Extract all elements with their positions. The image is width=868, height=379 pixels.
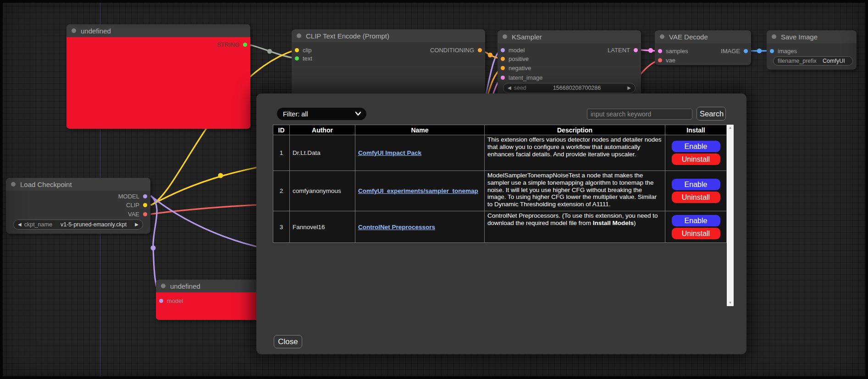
input-slot-positive[interactable]: positive [501,55,529,63]
search-button[interactable]: Search [697,107,726,121]
input-slot-text[interactable]: text [295,54,312,62]
cell-name: ComfyUI Impact Pack [355,135,485,171]
node-title-bar[interactable]: Save Image [767,30,857,43]
table-row: 3Fannovel16ControlNet PreprocessorsContr… [273,211,727,243]
vae-port-icon[interactable] [658,58,662,62]
node-title: Load Checkpoint [20,181,72,188]
extension-link[interactable]: ComfyUI Impact Pack [358,149,421,156]
increment-arrow-icon[interactable]: ▶ [627,86,631,90]
reroute-dot-model [151,246,156,251]
input-slot-latent-image[interactable]: latent_image [501,73,542,82]
node-title: VAE Decode [669,33,708,41]
decrement-arrow-icon[interactable]: ◀ [18,222,22,227]
ckpt-name-widget[interactable]: ◀ ckpt_name v1-5-pruned-emaonly.ckpt ▶ [13,220,143,230]
collapse-dot-icon[interactable] [503,34,507,39]
clip-port-icon[interactable] [143,203,147,207]
collapse-dot-icon[interactable] [660,34,664,39]
decrement-arrow-icon[interactable]: ◀ [508,86,511,90]
close-button[interactable]: Close [274,335,302,348]
input-slot-images[interactable]: images [770,47,797,55]
search-input[interactable] [587,109,692,120]
cell-id: 3 [273,211,290,243]
extension-manager-dialog: Filter: all Search IDAuthorNameDescripti… [256,93,746,354]
string-port-icon[interactable] [243,43,247,47]
enable-button[interactable]: Enable [672,179,720,190]
input-slot-clip[interactable]: clip [295,46,312,54]
node-title-bar[interactable]: VAE Decode [655,30,751,43]
node-title: CLIP Text Encode (Prompt) [306,32,389,40]
cell-description: ControlNet Preprocessors. (To use this e… [485,211,665,243]
node-save-image[interactable]: Save Image images filename_prefix ComfyU… [767,30,857,70]
seed-widget[interactable]: ◀ seed 156680208700286 ▶ [503,83,636,93]
input-slot-vae[interactable]: vae [658,56,675,64]
node-title: Save Image [781,33,818,41]
string-port-icon[interactable] [295,56,299,60]
cell-install: EnableUninstall [665,135,727,171]
column-header: Install [665,125,727,135]
extensions-table: IDAuthorNameDescriptionInstall 1Dr.Lt.Da… [273,125,727,243]
collapse-dot-icon[interactable] [72,28,76,33]
latent-port-icon[interactable] [658,49,662,53]
cell-install: EnableUninstall [665,171,727,211]
node-vae-decode[interactable]: VAE Decode samples vae IMAGE [655,30,751,65]
output-slot-string[interactable]: STRING [217,40,247,49]
filter-select[interactable]: Filter: all [277,108,366,120]
input-slot-model[interactable]: model [501,46,525,54]
latent-port-icon[interactable] [634,48,638,52]
vae-port-icon[interactable] [143,212,147,216]
column-header: ID [273,125,290,135]
collapse-dot-icon[interactable] [772,34,776,39]
cell-description: ModelSamplerTonemapNoiseTest a node that… [485,171,665,211]
input-slot-samples[interactable]: samples [658,47,688,55]
image-port-icon[interactable] [770,49,774,53]
scroll-up-icon[interactable]: ▲ [727,125,734,131]
output-slot-clip[interactable]: CLIP [126,201,147,209]
increment-arrow-icon[interactable]: ▶ [135,222,138,227]
collapse-dot-icon[interactable] [297,33,301,38]
collapse-dot-icon[interactable] [11,182,16,187]
extension-link[interactable]: ControlNet Preprocessors [358,224,435,231]
cell-author: comfyanonymous [290,171,355,211]
enable-button[interactable]: Enable [672,215,720,226]
uninstall-button[interactable]: Uninstall [672,192,720,203]
clip-port-icon[interactable] [295,48,299,52]
column-header: Description [485,125,665,135]
output-slot-image[interactable]: IMAGE [721,47,748,55]
node-undefined-top[interactable]: undefined STRING [66,24,250,129]
collapse-dot-icon[interactable] [161,284,166,288]
uninstall-button[interactable]: Uninstall [672,154,720,165]
cell-author: Fannovel16 [290,211,355,243]
extension-link[interactable]: ComfyUI_experiments/sampler_tonemap [358,187,478,194]
output-slot-vae[interactable]: VAE [128,210,147,218]
conditioning-port-icon[interactable] [501,57,505,61]
input-slot-model[interactable]: model [159,297,183,305]
node-title-bar[interactable]: Load Checkpoint [6,178,150,191]
cell-install: EnableUninstall [665,211,727,243]
extensions-table-body: 1Dr.Lt.DataComfyUI Impact PackThis exten… [273,135,727,243]
latent-port-icon[interactable] [501,76,505,80]
comfyui-canvas[interactable]: undefined STRING CLIP Text Encode (Promp… [0,0,868,379]
image-port-icon[interactable] [744,49,748,53]
output-slot-conditioning[interactable]: CONDITIONING [430,46,482,54]
node-title: undefined [81,27,111,35]
link-dot-image [757,49,762,53]
conditioning-port-icon[interactable] [478,48,482,52]
enable-button[interactable]: Enable [672,141,720,152]
model-port-icon[interactable] [159,299,163,303]
node-title-bar[interactable]: CLIP Text Encode (Prompt) [292,29,485,42]
cell-description: This extension offers various detector n… [485,135,665,171]
node-title-bar[interactable]: KSampler [498,30,641,43]
table-scrollbar[interactable]: ▲ ▼ [727,125,734,306]
scroll-down-icon[interactable]: ▼ [727,300,734,306]
output-slot-latent[interactable]: LATENT [608,46,638,54]
node-load-checkpoint[interactable]: Load Checkpoint MODEL CLIP VAE ◀ ckpt_na… [6,178,150,234]
input-slot-negative[interactable]: negative [501,64,531,72]
output-slot-model[interactable]: MODEL [118,192,147,200]
node-title-bar[interactable]: undefined [66,24,250,37]
model-port-icon[interactable] [501,48,505,52]
filename-prefix-widget[interactable]: filename_prefix ComfyUI [773,56,853,66]
conditioning-port-icon[interactable] [501,66,505,70]
model-port-icon[interactable] [143,194,147,198]
uninstall-button[interactable]: Uninstall [672,228,720,239]
cell-id: 1 [273,135,290,171]
